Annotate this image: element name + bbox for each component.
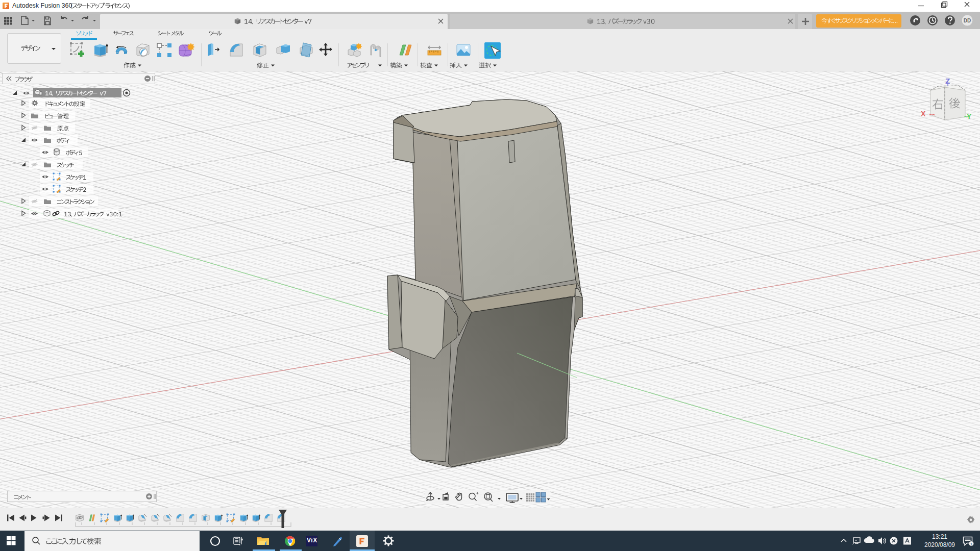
svg-text:DD: DD (964, 18, 971, 23)
svg-text:1: 1 (970, 542, 973, 546)
